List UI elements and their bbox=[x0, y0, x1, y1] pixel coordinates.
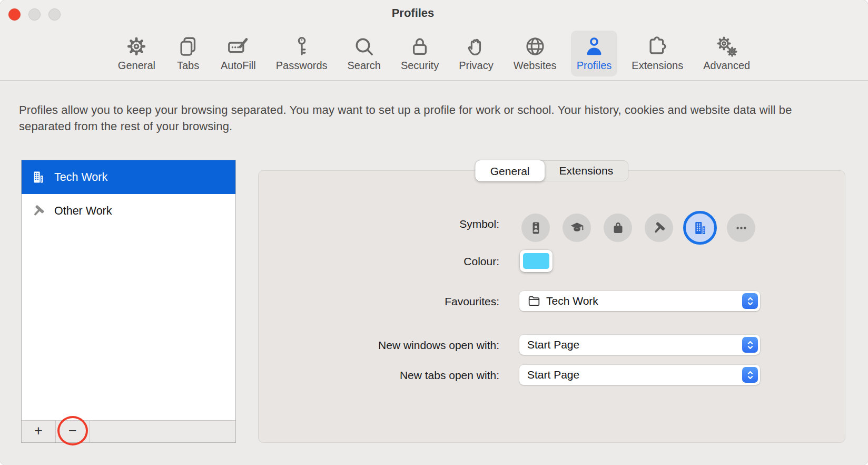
new-windows-value: Start Page bbox=[527, 338, 579, 351]
ellipsis-icon bbox=[733, 220, 749, 236]
symbol-option-building[interactable] bbox=[683, 211, 717, 245]
building-icon bbox=[31, 169, 46, 185]
stepper-icon bbox=[742, 367, 758, 383]
toolbar-label: Websites bbox=[514, 60, 557, 72]
symbol-option-hammer[interactable] bbox=[645, 214, 673, 242]
new-windows-dropdown[interactable]: Start Page bbox=[519, 335, 760, 355]
tab-extensions[interactable]: Extensions bbox=[544, 161, 628, 181]
contact-card-icon bbox=[528, 220, 544, 236]
person-icon bbox=[581, 34, 607, 59]
favourites-value: Tech Work bbox=[546, 295, 598, 307]
toolbar-item-passwords[interactable]: Passwords bbox=[270, 31, 333, 76]
toolbar-label: Extensions bbox=[632, 60, 683, 72]
settings-toolbar: General Tabs AutoFill bbox=[0, 27, 868, 81]
hammer-icon bbox=[31, 203, 46, 219]
profile-name: Tech Work bbox=[54, 171, 107, 184]
symbol-option-work-bag[interactable] bbox=[604, 214, 632, 242]
colour-swatch[interactable] bbox=[520, 250, 553, 272]
symbol-picker bbox=[521, 214, 755, 242]
toolbar-item-security[interactable]: Security bbox=[395, 31, 445, 76]
toolbar-item-profiles[interactable]: Profiles bbox=[571, 31, 618, 76]
toolbar-item-extensions[interactable]: Extensions bbox=[626, 31, 689, 76]
globe-icon bbox=[522, 34, 548, 59]
favourites-label: Favourites: bbox=[259, 295, 499, 308]
gears-icon bbox=[714, 34, 739, 59]
new-tabs-value: Start Page bbox=[527, 369, 579, 381]
profiles-description: Profiles allow you to keep your browsing… bbox=[19, 102, 833, 134]
add-profile-button[interactable]: + bbox=[22, 421, 56, 442]
toolbar-label: Security bbox=[401, 60, 439, 72]
stepper-icon bbox=[742, 337, 758, 353]
work-bag-icon bbox=[610, 220, 626, 236]
toolbar-label: Search bbox=[348, 60, 381, 72]
hammer-icon bbox=[651, 220, 667, 236]
toolbar-item-advanced[interactable]: Advanced bbox=[697, 31, 756, 76]
puzzle-icon bbox=[645, 34, 670, 59]
symbol-option-graduation-cap[interactable] bbox=[563, 214, 591, 242]
new-windows-label: New windows open with: bbox=[259, 339, 499, 352]
lock-icon bbox=[407, 34, 432, 59]
safari-settings-window: Profiles General bbox=[0, 0, 868, 465]
remove-profile-button[interactable]: − bbox=[56, 421, 90, 442]
toolbar-item-autofill[interactable]: AutoFill bbox=[215, 31, 262, 76]
symbol-option-contact-card[interactable] bbox=[521, 214, 550, 242]
toolbar-item-general[interactable]: General bbox=[112, 31, 161, 76]
graduation-cap-icon bbox=[569, 220, 585, 236]
profile-detail-panel: General Extensions Symbol: bbox=[258, 170, 845, 443]
folder-icon bbox=[527, 294, 541, 308]
new-tabs-dropdown[interactable]: Start Page bbox=[519, 365, 760, 385]
autofill-icon bbox=[225, 34, 251, 59]
key-icon bbox=[289, 34, 314, 59]
toolbar-label: Profiles bbox=[577, 60, 612, 72]
window-title: Profiles bbox=[0, 6, 847, 20]
toolbar-item-websites[interactable]: Websites bbox=[508, 31, 563, 76]
tabs-icon bbox=[175, 34, 201, 59]
profile-row-tech-work[interactable]: Tech Work bbox=[22, 160, 235, 194]
detail-tabs: General Extensions bbox=[475, 160, 628, 181]
toolbar-label: Advanced bbox=[703, 60, 750, 72]
magnifier-icon bbox=[351, 34, 377, 59]
colour-label: Colour: bbox=[259, 255, 499, 268]
gear-icon bbox=[124, 34, 149, 59]
symbol-option-more[interactable] bbox=[727, 214, 755, 242]
colour-swatch-fill bbox=[523, 253, 549, 269]
symbol-label: Symbol: bbox=[259, 218, 499, 230]
toolbar-label: AutoFill bbox=[221, 60, 256, 72]
toolbar-label: General bbox=[118, 60, 155, 72]
profiles-list: Tech Work Other Work + − bbox=[21, 160, 236, 443]
stepper-icon bbox=[742, 293, 758, 309]
building-icon bbox=[692, 219, 709, 237]
favourites-dropdown[interactable]: Tech Work bbox=[519, 291, 760, 311]
profiles-pane: Profiles allow you to keep your browsing… bbox=[0, 81, 868, 465]
tab-general[interactable]: General bbox=[475, 160, 545, 181]
list-footer: + − bbox=[22, 420, 235, 442]
toolbar-item-tabs[interactable]: Tabs bbox=[170, 31, 206, 76]
toolbar-label: Passwords bbox=[276, 60, 328, 72]
toolbar-item-search[interactable]: Search bbox=[342, 31, 387, 76]
titlebar[interactable]: Profiles bbox=[0, 0, 868, 27]
new-tabs-label: New tabs open with: bbox=[259, 369, 499, 382]
hand-icon bbox=[463, 34, 489, 59]
profile-name: Other Work bbox=[54, 205, 112, 218]
toolbar-label: Privacy bbox=[459, 60, 494, 72]
profile-row-other-work[interactable]: Other Work bbox=[22, 194, 235, 228]
toolbar-item-privacy[interactable]: Privacy bbox=[453, 31, 499, 76]
toolbar-label: Tabs bbox=[177, 60, 199, 72]
